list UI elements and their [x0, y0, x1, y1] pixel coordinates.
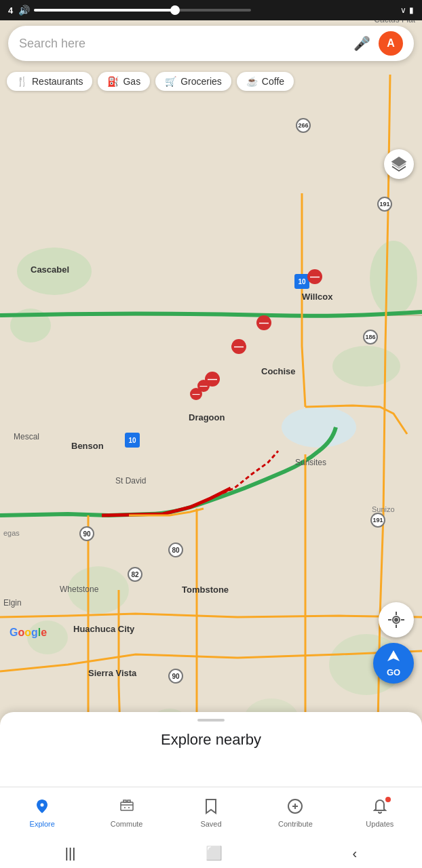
bottom-nav: Explore Commute Saved — [0, 787, 422, 838]
chip-groceries[interactable]: 🛒 Groceries — [155, 72, 231, 91]
volume-control[interactable]: 🔊 — [18, 5, 400, 16]
filter-chips-row: 🍴 Restaurants ⛽ Gas 🛒 Groceries ☕ Coffe — [0, 66, 422, 96]
go-label: GO — [387, 667, 400, 677]
volume-icon: 🔊 — [18, 5, 30, 16]
saved-icon — [203, 798, 219, 818]
go-arrow-icon — [386, 649, 401, 667]
svg-point-17 — [394, 618, 398, 622]
nav-item-saved[interactable]: Saved — [169, 793, 253, 833]
updates-badge-container — [372, 798, 388, 818]
updates-badge-dot — [385, 797, 391, 802]
mic-icon[interactable]: 🎤 — [353, 35, 370, 52]
updates-icon — [372, 801, 388, 818]
volume-slider[interactable] — [34, 9, 251, 12]
android-nav-menu[interactable]: ||| — [65, 846, 76, 861]
svg-marker-18 — [387, 650, 400, 661]
chip-restaurants[interactable]: 🍴 Restaurants — [7, 72, 92, 91]
svg-point-9 — [282, 407, 356, 448]
chevron-down-icon: ∨ — [400, 5, 406, 15]
svg-point-20 — [41, 803, 44, 806]
explore-icon — [34, 798, 50, 818]
commute-label: Commute — [111, 820, 143, 828]
chip-gas-label: Gas — [123, 76, 140, 87]
nav-item-commute[interactable]: Commute — [84, 793, 168, 833]
updates-label: Updates — [366, 820, 394, 828]
android-nav-home[interactable]: ⬜ — [206, 845, 223, 861]
contribute-icon — [287, 798, 303, 818]
groceries-icon: 🛒 — [165, 76, 176, 87]
saved-label: Saved — [200, 820, 221, 828]
nav-item-contribute[interactable]: Contribute — [253, 793, 337, 833]
nav-item-explore[interactable]: Explore — [0, 793, 84, 833]
svg-rect-24 — [128, 800, 130, 802]
coffee-icon: ☕ — [246, 76, 258, 87]
restaurants-icon: 🍴 — [16, 76, 28, 87]
user-avatar[interactable]: A — [379, 31, 403, 56]
svg-point-2 — [370, 241, 417, 315]
chip-gas[interactable]: ⛽ Gas — [98, 72, 150, 91]
chip-groceries-label: Groceries — [180, 76, 222, 87]
android-nav-bar: ||| ⬜ ‹ — [0, 838, 422, 868]
layers-button[interactable] — [384, 149, 414, 179]
status-icons: ∨ ▮ — [400, 5, 414, 15]
svg-rect-21 — [121, 802, 133, 810]
commute-icon — [119, 798, 135, 818]
location-button[interactable] — [379, 602, 414, 637]
go-button[interactable]: GO — [373, 643, 414, 684]
chip-restaurants-label: Restaurants — [32, 76, 83, 87]
status-bar: 4 🔊 ∨ ▮ — [0, 0, 422, 20]
contribute-label: Contribute — [278, 820, 313, 828]
svg-rect-23 — [123, 800, 126, 802]
chip-coffee[interactable]: ☕ Coffe — [237, 72, 294, 91]
explore-label: Explore — [30, 820, 55, 828]
gas-icon: ⛽ — [107, 76, 119, 87]
battery-icon: ▮ — [409, 5, 414, 15]
svg-point-3 — [332, 346, 400, 387]
chip-coffee-label: Coffe — [262, 76, 284, 87]
search-input[interactable]: Search here — [19, 37, 353, 51]
google-logo: Google — [9, 627, 47, 639]
search-bar[interactable]: Search here 🎤 A — [8, 26, 414, 61]
nav-item-updates[interactable]: Updates — [338, 793, 422, 833]
android-nav-back[interactable]: ‹ — [353, 846, 358, 861]
explore-nearby-title: Explore nearby — [0, 722, 422, 749]
svg-point-0 — [17, 248, 92, 295]
status-time: 4 — [8, 5, 13, 16]
